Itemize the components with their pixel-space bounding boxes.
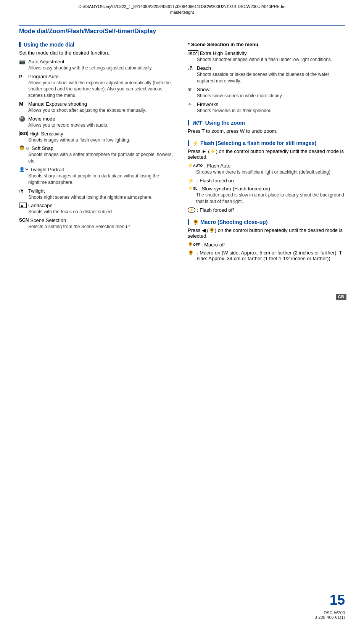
beach-icon: 🏖 [188, 65, 195, 71]
part-number: 3-208-406-61(1) [315, 615, 345, 620]
flash-heading: ⚡ Flash (Selecting a flash mode for stil… [188, 140, 345, 146]
zoom-section: W/T Using the zoom Press T to zoom, pres… [188, 120, 345, 134]
auto-adjustment-label: Auto Adjustment [28, 59, 64, 64]
flash-off-icon: ⚡ [188, 207, 195, 213]
scn-icon: SCN [19, 217, 29, 223]
soft-snap-icon: 👨 ☺ [19, 145, 30, 151]
mode-item-twilight: ◔ Twilight Shoots night scenes without l… [19, 188, 176, 201]
mode-dial-heading: Using the mode dial [19, 42, 176, 48]
model-number: DSC-W200 [315, 610, 345, 615]
extra-high-sensitivity-label: Extra High Sensitivity [200, 50, 247, 56]
flash-forced-on-label: : Flash forced on [197, 178, 234, 184]
zoom-desc: Press T to zoom, press W to undo zoom. [188, 128, 345, 134]
landscape-desc: Shoots with the focus on a distant subje… [28, 209, 176, 215]
filepath: D:\#SAGYO\sony\070322_1_841408S\32084066… [8, 4, 356, 10]
movie-icon: 🎱 [19, 116, 27, 122]
flash-intro: Press ► (⚡) on the control button repeat… [188, 148, 345, 160]
macro-off-label: : Macro off [201, 242, 225, 248]
soft-snap-desc: Shoots images with a softer atmosphere f… [28, 151, 176, 164]
main-content: Mode dial/Zoom/Flash/Macro/Self-timer/Di… [0, 17, 364, 283]
zoom-bar [188, 120, 189, 126]
twilight-portrait-label: Twilight Portrait [30, 167, 64, 172]
mode-item-high-sensitivity: ISO High Sensitivity Shoots images witho… [19, 131, 176, 143]
macro-item-on: 🌻 : Macro on (W side: Approx. 5 cm or fa… [188, 250, 345, 261]
zoom-heading: W/T Using the zoom [188, 120, 345, 126]
mode-item-movie: 🎱 Movie mode Allows you to record movies… [19, 116, 176, 129]
landscape-label: Landscape [28, 203, 53, 208]
page-header: D:\#SAGYO\sony\070322_1_841408S\32084066… [0, 0, 364, 17]
snow-label: Snow [197, 87, 209, 92]
twilight-icon: ◔ [19, 188, 27, 194]
flash-on-icon: ⚡ [188, 178, 195, 184]
flash-item-slow-synchro: ⚡SL : Slow synchro (Flash forced on) The… [188, 186, 345, 205]
macro-item-off: 🌻OFF : Macro off [188, 242, 345, 248]
two-column-layout: Using the mode dial Set the mode dial to… [19, 42, 345, 267]
scene-fireworks: ✧ Fireworks Shoots fireworks in all thei… [188, 101, 345, 114]
flash-forced-off-label: : Flash forced off [197, 207, 234, 213]
iso-icon: ISO [19, 131, 28, 136]
zoom-heading-text: Using the zoom [205, 120, 245, 126]
flash-auto-icon: ⚡AUTO [188, 163, 203, 168]
fireworks-desc: Shoots fireworks in all their splendor. [197, 108, 345, 114]
scene-star: * Scene Selection in the menu [188, 42, 258, 47]
fireworks-icon: ✧ [188, 101, 195, 107]
p-icon: P [19, 74, 27, 79]
mode-item-twilight-portrait: 👤⤷ Twilight Portrait Shoots sharp images… [19, 167, 176, 186]
mode-item-scene-selection: SCN Scene Selection Selects a setting fr… [19, 217, 176, 230]
flash-sl-icon: ⚡SL [188, 186, 198, 191]
mode-dial-section: Using the mode dial Set the mode dial to… [19, 42, 176, 230]
flash-slow-synchro-label: : Slow synchro (Flash forced on) [199, 186, 270, 192]
right-column: * Scene Selection in the menu ISO+ Extra… [188, 42, 345, 267]
snow-icon: ❄ [188, 87, 195, 92]
mode-item-manual: M Manual Exposure shooting Allows you to… [19, 101, 176, 114]
beach-desc: Shoots seaside or lakeside scenes with t… [197, 71, 345, 84]
flash-auto-desc: Strobes when there is insufficient light… [196, 169, 345, 175]
macro-on-icon: 🌻 [188, 250, 195, 256]
mode-item-auto-adjustment: 📷 Auto Adjustment Allows easy shooting w… [19, 59, 176, 71]
twilight-portrait-desc: Shoots sharp images of people in a dark … [28, 173, 176, 186]
extra-high-sensitivity-desc: Shoots smoother images without a flash u… [197, 56, 345, 63]
iso-plus-icon: ISO+ [188, 50, 198, 56]
flash-heading-text: ⚡ Flash (Selecting a flash mode for stil… [192, 140, 316, 146]
program-auto-label: Program Auto [28, 74, 59, 79]
mode-item-landscape: ▲ Landscape Shoots with the focus on a d… [19, 203, 176, 215]
macro-intro: Press ◀ (🌻) on the control button repeat… [188, 227, 345, 239]
section-title: Mode dial/Zoom/Flash/Macro/Self-timer/Di… [19, 25, 345, 35]
flash-slow-synchro-desc: The shutter speed is slow in a dark plac… [196, 192, 345, 205]
camera-icon: 📷 [19, 59, 27, 64]
twilight-label: Twilight [28, 188, 45, 194]
landscape-icon: ▲ [19, 203, 27, 208]
scene-selection-menu-heading: * Scene Selection in the menu [188, 42, 345, 47]
auto-adjustment-desc: Allows easy shooting with the settings a… [28, 65, 176, 71]
fireworks-label: Fireworks [197, 101, 218, 107]
flash-item-forced-on: ⚡ : Flash forced on [188, 178, 345, 184]
snow-desc: Shoots snow scenes in white more clearly… [197, 93, 345, 99]
program-auto-desc: Allows you to shoot with the exposure ad… [28, 80, 176, 99]
mode-item-soft-snap: 👨 ☺ Soft Snap Shoots images with a softe… [19, 145, 176, 164]
footer: DSC-W200 3-208-406-61(1) [315, 610, 345, 620]
page-number: 15 [330, 592, 345, 608]
macro-heading: 🌻 Macro (Shooting close-up) [188, 219, 345, 225]
high-sensitivity-label: High Sensitivity [29, 131, 63, 137]
flash-bar [188, 140, 189, 146]
macro-on-label: : Macro on (W side: Approx. 5 cm or fart… [197, 250, 345, 261]
movie-label: Movie mode [28, 116, 55, 122]
movie-desc: Allows you to record movies with audio. [28, 122, 176, 129]
macro-off-icon: 🌻OFF [188, 242, 200, 247]
scene-selection-menu-section: * Scene Selection in the menu ISO+ Extra… [188, 42, 345, 114]
scene-snow: ❄ Snow Shoots snow scenes in white more … [188, 87, 345, 99]
flash-auto-label: : Flash Auto [204, 163, 230, 169]
heading-bar [19, 42, 21, 47]
mode-dial-intro: Set the mode dial to the desired functio… [19, 50, 176, 56]
scene-extra-high-sensitivity: ISO+ Extra High Sensitivity Shoots smoot… [188, 50, 345, 63]
gb-badge: GB [336, 294, 347, 300]
manual-desc: Allows you to shoot after adjusting the … [28, 107, 176, 114]
scene-selection-label: Scene Selection [30, 217, 66, 223]
wt-label: W/T [192, 120, 202, 126]
master-label: master:Right [8, 10, 356, 15]
flash-item-auto: ⚡AUTO : Flash Auto Strobes when there is… [188, 163, 345, 175]
flash-section: ⚡ Flash (Selecting a flash mode for stil… [188, 140, 345, 212]
flash-item-forced-off: ⚡ : Flash forced off [188, 207, 345, 213]
macro-bar [188, 219, 189, 225]
mode-item-program-auto: P Program Auto Allows you to shoot with … [19, 74, 176, 99]
